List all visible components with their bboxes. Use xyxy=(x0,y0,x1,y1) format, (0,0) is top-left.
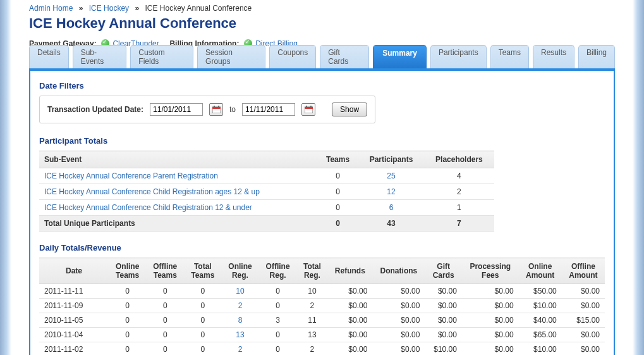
cell-teams: 0 xyxy=(317,168,358,184)
cell-placeholders: 1 xyxy=(424,200,494,216)
subevent-link[interactable]: ICE Hockey Annual Conference Child Regis… xyxy=(44,203,252,212)
participant-totals-table: Sub-Event Teams Participants Placeholder… xyxy=(39,151,494,232)
cell-donations: $0.00 xyxy=(372,284,425,299)
svg-rect-3 xyxy=(218,106,219,108)
calendar-to-button[interactable] xyxy=(301,103,315,116)
cell-online-amount: $50.00 xyxy=(519,284,562,299)
online-reg-link[interactable]: 2 xyxy=(238,345,243,354)
cell-processing-fees: $0.00 xyxy=(462,342,519,356)
online-reg-link[interactable]: 13 xyxy=(236,330,244,339)
cell-total-reg: 10 xyxy=(297,284,328,299)
cell-offline-amount: $0.00 xyxy=(562,284,605,299)
cell-offline-reg: 0 xyxy=(259,328,297,342)
summary-panel: Date Filters Transaction Updated Date: t… xyxy=(29,71,615,355)
breadcrumb-league-link[interactable]: ICE Hockey xyxy=(89,4,129,13)
calendar-icon xyxy=(212,106,221,113)
show-button[interactable]: Show xyxy=(332,103,367,116)
cell-offline-amount: $0.00 xyxy=(562,328,605,342)
cell-online-amount: $10.00 xyxy=(519,342,562,356)
cell-teams: 0 xyxy=(317,184,358,200)
breadcrumb-sep-icon: » xyxy=(79,4,83,13)
col-total-teams: TotalTeams xyxy=(184,258,221,284)
date-from-input[interactable] xyxy=(150,103,203,116)
tab-gift-cards[interactable]: Gift Cards xyxy=(320,45,369,68)
col-gift: GiftCards xyxy=(425,258,462,284)
cell-refunds: $0.00 xyxy=(327,328,372,342)
tab-billing[interactable]: Billing xyxy=(578,45,615,68)
svg-rect-5 xyxy=(305,107,313,109)
participant-totals-heading: Participant Totals xyxy=(39,136,605,146)
cell-offline-amount: $0.00 xyxy=(562,299,605,313)
calendar-from-button[interactable] xyxy=(209,103,223,116)
tab-summary[interactable]: Summary xyxy=(373,45,427,68)
col-offline-amt: OfflineAmount xyxy=(562,258,605,284)
online-reg-link[interactable]: 10 xyxy=(236,287,244,296)
online-reg-link[interactable]: 2 xyxy=(238,301,243,310)
subevent-link[interactable]: ICE Hockey Annual Conference Child Regis… xyxy=(44,187,260,196)
table-row: 2010-11-050008311$0.00$0.00$0.00$0.00$40… xyxy=(39,313,605,328)
cell-offline-teams: 0 xyxy=(146,313,184,328)
col-online-teams: OnlineTeams xyxy=(109,258,146,284)
online-reg-link[interactable]: 8 xyxy=(238,316,243,325)
tab-coupons[interactable]: Coupons xyxy=(269,45,316,68)
cell-online-teams: 0 xyxy=(109,313,146,328)
cell-offline-teams: 0 xyxy=(146,299,184,313)
tab-participants[interactable]: Participants xyxy=(430,45,487,68)
cell-total-teams: 0 xyxy=(184,299,221,313)
cell-offline-reg: 0 xyxy=(259,299,297,313)
cell-online-amount: $10.00 xyxy=(519,299,562,313)
participants-link[interactable]: 25 xyxy=(387,171,395,180)
tab-results[interactable]: Results xyxy=(533,45,574,68)
tab-session-groups[interactable]: Session Groups xyxy=(197,45,265,68)
cell-offline-reg: 0 xyxy=(259,342,297,356)
cell-online-teams: 0 xyxy=(109,342,146,356)
cell-total-teams: 0 xyxy=(184,342,221,356)
col-date: Date xyxy=(39,258,109,284)
cell-offline-teams: 0 xyxy=(146,284,184,299)
date-to-input[interactable] xyxy=(242,103,295,116)
calendar-icon xyxy=(305,106,313,113)
breadcrumb-sep-icon: » xyxy=(135,4,139,13)
cell-gift-cards: $10.00 xyxy=(425,342,462,356)
cell-total-teams: 0 xyxy=(184,313,221,328)
cell-donations: $0.00 xyxy=(372,313,425,328)
tab-sub-events[interactable]: Sub-Events xyxy=(73,45,127,68)
col-teams: Teams xyxy=(317,151,358,168)
breadcrumb-home-link[interactable]: Admin Home xyxy=(29,4,73,13)
cell-date: 2011-11-11 xyxy=(39,284,109,299)
cell-refunds: $0.00 xyxy=(327,342,372,356)
cell-offline-teams: 0 xyxy=(146,342,184,356)
svg-rect-2 xyxy=(214,106,215,108)
cell-total-reg: 2 xyxy=(297,342,328,356)
svg-rect-7 xyxy=(310,106,312,108)
cell-offline-amount: $0.00 xyxy=(562,342,605,356)
table-row: ICE Hockey Annual Conference Child Regis… xyxy=(39,200,494,216)
table-row: 2011-11-02000202$0.00$0.00$10.00$0.00$10… xyxy=(39,342,605,356)
tab-row: DetailsSub-EventsCustom FieldsSession Gr… xyxy=(29,56,615,71)
daily-totals-heading: Daily Totals/Revenue xyxy=(39,243,605,252)
cell-donations: $0.00 xyxy=(372,328,425,342)
participants-link[interactable]: 6 xyxy=(389,203,394,212)
daily-totals-table: DateOnlineTeamsOfflineTeamsTotalTeamsOnl… xyxy=(39,258,605,355)
participants-link[interactable]: 12 xyxy=(387,187,395,196)
tab-teams[interactable]: Teams xyxy=(490,45,529,68)
date-filter-box: Transaction Updated Date: to Show xyxy=(39,96,375,123)
table-row-total: Total Unique Participants0437 xyxy=(39,216,494,232)
subevent-link[interactable]: ICE Hockey Annual Conference Parent Regi… xyxy=(44,171,218,180)
cell-online-teams: 0 xyxy=(109,328,146,342)
svg-rect-6 xyxy=(306,106,307,108)
transaction-date-label: Transaction Updated Date: xyxy=(47,105,143,114)
cell-offline-reg: 0 xyxy=(259,284,297,299)
cell-date: 2011-11-09 xyxy=(39,299,109,313)
tab-custom-fields[interactable]: Custom Fields xyxy=(130,45,193,68)
date-filters-heading: Date Filters xyxy=(39,81,605,90)
tab-details[interactable]: Details xyxy=(29,45,69,68)
cell-teams: 0 xyxy=(317,200,358,216)
cell-online-teams: 0 xyxy=(109,299,146,313)
total-label: Total Unique Participants xyxy=(39,216,317,232)
cell-gift-cards: $0.00 xyxy=(425,313,462,328)
cell-total-reg: 13 xyxy=(297,328,328,342)
page-title: ICE Hockey Annual Conference xyxy=(29,15,615,32)
col-refunds: Refunds xyxy=(327,258,372,284)
col-donations: Donations xyxy=(372,258,425,284)
